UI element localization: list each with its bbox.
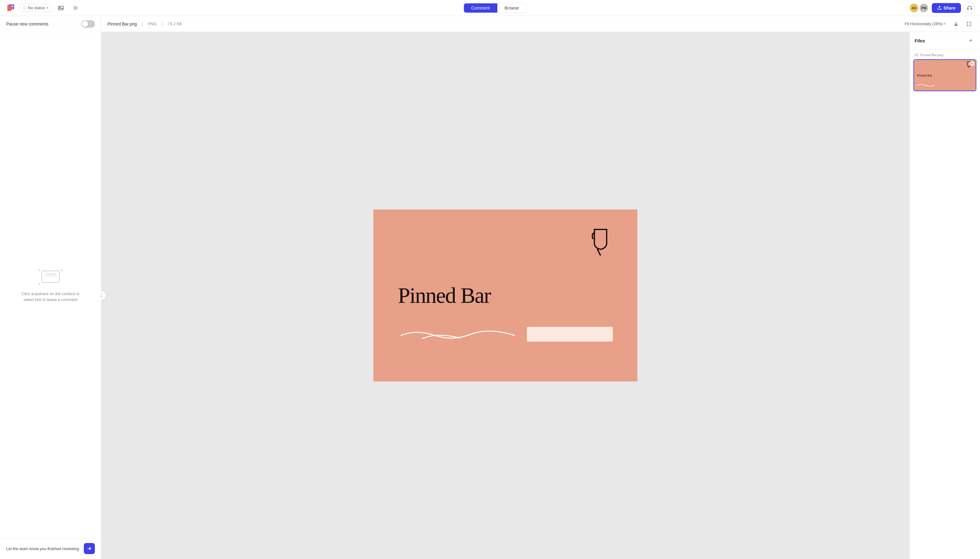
image-button[interactable]	[55, 2, 66, 13]
comment-bubble-icon	[41, 271, 60, 283]
left-sidebar: Pause new comments + + + Click anywhere …	[0, 16, 101, 559]
file-toolbar-right: Fit Horizontally (28%) ▾	[902, 19, 974, 29]
expand-button[interactable]	[964, 19, 974, 29]
app-logo	[5, 2, 16, 13]
top-navigation: No status ▾ Comment Browse AS PM	[0, 0, 980, 16]
file-size-label: 74.2 KB	[168, 22, 182, 26]
chevron-down-icon: ▾	[47, 6, 48, 10]
svg-point-2	[74, 7, 76, 8]
fit-button[interactable]: Fit Horizontally (28%) ▾	[902, 20, 948, 27]
fit-label: Fit Horizontally (28%)	[905, 22, 943, 26]
chevron-left-icon	[101, 294, 103, 297]
gear-icon	[73, 5, 78, 11]
avatar-pm: PM	[919, 3, 929, 13]
thumb-squiggle	[916, 83, 935, 88]
pause-toggle[interactable]	[81, 20, 95, 28]
toggle-knob	[82, 21, 88, 27]
thumb-text: Pinned Bar	[917, 73, 932, 77]
download-icon	[954, 22, 959, 26]
share-button[interactable]: Share	[932, 3, 961, 13]
file-entry-label: 01. Pinned Bar.png	[913, 53, 976, 57]
pause-label: Pause new comments	[6, 22, 48, 26]
tab-group-container: Comment Browse	[85, 3, 906, 13]
finish-review-text: Let the team know you finished reviewing	[6, 546, 81, 551]
thumb-inner: Pinned Bar ×	[914, 60, 976, 91]
status-circle-icon	[23, 7, 26, 10]
expand-icon	[967, 22, 972, 26]
sidebar-bottom: Let the team know you finished reviewing	[0, 538, 101, 559]
download-button[interactable]	[951, 19, 961, 29]
content-wrapper: Pinned Bar	[101, 32, 980, 559]
center-right-wrapper: Pinned Bar.png | PNG | 74.2 KB Fit Horiz…	[101, 16, 980, 559]
comment-tab[interactable]: Comment	[464, 3, 497, 13]
main-layout: Pause new comments + + + Click anywhere …	[0, 16, 980, 559]
avatar-as: AS	[909, 3, 919, 13]
avatar-group: AS PM	[909, 3, 929, 13]
comment-hint-icon: + + +	[38, 268, 63, 286]
file-list: 01. Pinned Bar.png Pinned Bar	[910, 50, 980, 95]
headphone-button[interactable]	[964, 2, 975, 13]
share-icon	[937, 6, 942, 10]
status-label: No status	[28, 5, 45, 10]
add-file-button[interactable]: +	[967, 36, 975, 45]
hint-plus-tl: +	[38, 268, 41, 273]
arrow-right-icon	[87, 546, 92, 551]
file-toolbar: Pinned Bar.png | PNG | 74.2 KB Fit Horiz…	[101, 16, 980, 32]
collapse-sidebar-button[interactable]	[101, 291, 106, 300]
canvas-area[interactable]: Pinned Bar	[101, 32, 909, 559]
browse-tab[interactable]: Browse	[497, 3, 526, 13]
image-icon	[58, 5, 64, 11]
share-label: Share	[944, 5, 955, 10]
sidebar-empty-state: + + + Click anywhere on the content or s…	[0, 32, 101, 538]
svg-rect-0	[58, 6, 63, 10]
right-sidebar: Files + 01. Pinned Bar.png Pinned Bar	[909, 32, 980, 559]
pin-icon-decoration	[588, 228, 613, 257]
sidebar-toolbar: Pause new comments	[0, 16, 101, 32]
hint-text: Click anywhere on the content or select …	[20, 291, 81, 303]
headphone-icon	[967, 5, 972, 10]
svg-rect-3	[967, 8, 968, 10]
hint-plus-tr: +	[60, 268, 63, 273]
canvas-title: Pinned Bar	[398, 283, 491, 308]
file-type-label: PNG	[148, 22, 157, 26]
finish-review-button[interactable]	[84, 543, 95, 554]
hint-plus-bl: +	[38, 281, 41, 286]
squiggle-decoration	[398, 326, 521, 342]
pin-svg-icon	[588, 228, 613, 256]
thumb-close-button[interactable]: ×	[970, 61, 975, 66]
file-name-label: Pinned Bar.png	[107, 22, 137, 26]
svg-rect-4	[971, 8, 972, 10]
view-tab-group: Comment Browse	[464, 3, 526, 13]
chevron-down-icon: ▾	[944, 22, 945, 25]
files-label: Files	[915, 38, 925, 43]
svg-point-1	[59, 7, 60, 8]
status-button[interactable]: No status ▾	[20, 4, 51, 12]
canvas-image: Pinned Bar	[373, 210, 637, 382]
file-thumbnail[interactable]: Pinned Bar ×	[913, 59, 976, 91]
nav-right-section: AS PM Share	[909, 2, 975, 13]
white-bar-decoration	[527, 327, 613, 342]
settings-button[interactable]	[70, 2, 81, 13]
right-sidebar-header: Files +	[910, 32, 980, 50]
